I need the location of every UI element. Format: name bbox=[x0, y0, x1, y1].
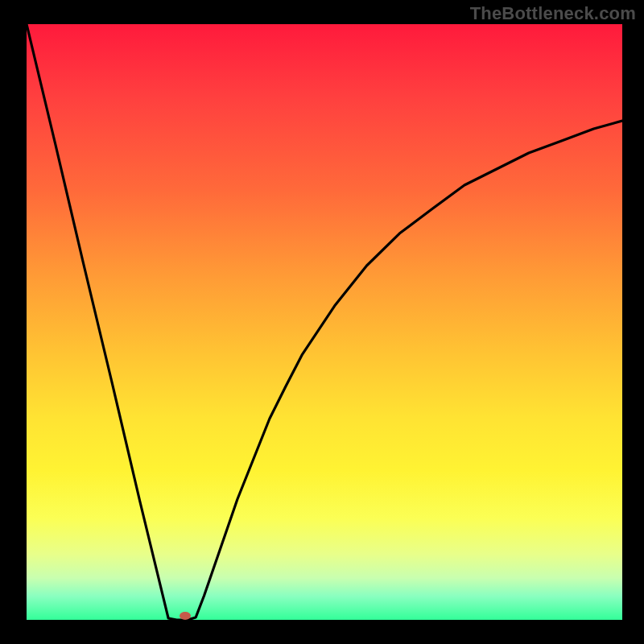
minimum-marker-icon bbox=[180, 612, 191, 620]
plot-gradient-area bbox=[27, 24, 622, 620]
watermark-text: TheBottleneck.com bbox=[470, 3, 636, 24]
chart-frame: TheBottleneck.com bbox=[0, 0, 644, 644]
